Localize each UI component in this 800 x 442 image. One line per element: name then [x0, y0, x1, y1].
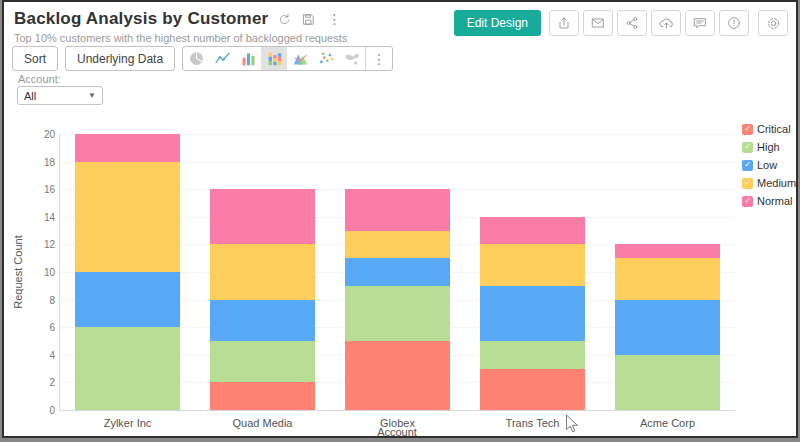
settings-gear-icon — [765, 15, 782, 32]
export-button[interactable] — [549, 10, 579, 36]
bar-segment-globex-medium[interactable] — [345, 231, 450, 259]
line-chart-icon[interactable] — [209, 47, 235, 70]
y-tick-label: 4 — [33, 350, 55, 361]
report-header: Backlog Analysis by Customer ⋮ Top 10% c… — [14, 9, 347, 44]
legend-item-normal[interactable]: ✓Normal — [742, 195, 796, 207]
y-tick-label: 8 — [33, 295, 55, 306]
plot-area: 02468101214161820Zylker IncQuad MediaGlo… — [59, 134, 735, 411]
bar-segment-quad-media-high[interactable] — [210, 341, 315, 382]
email-icon — [590, 15, 606, 31]
header-actions: Edit Design — [454, 10, 788, 36]
bar-segment-acme-corp-low[interactable] — [615, 300, 720, 355]
legend-checkbox[interactable]: ✓ — [742, 160, 753, 171]
chart-toolbar: Sort Underlying Data — [12, 46, 393, 71]
chevron-down-icon: ▼ — [88, 91, 96, 100]
y-tick-label: 12 — [33, 239, 55, 250]
combo-chart-icon[interactable] — [287, 47, 313, 70]
alert-button[interactable] — [719, 10, 749, 36]
comment-icon — [692, 15, 708, 31]
legend-item-high[interactable]: ✓High — [742, 141, 796, 153]
bar-segment-globex-normal[interactable] — [345, 189, 450, 230]
sort-button[interactable]: Sort — [12, 46, 58, 71]
bar-segment-zylker-inc-normal[interactable] — [75, 134, 180, 162]
more-chart-types-icon[interactable]: ⋮ — [366, 47, 392, 70]
bar-segment-quad-media-normal[interactable] — [210, 189, 315, 244]
bar-segment-globex-high[interactable] — [345, 286, 450, 341]
y-tick-label: 0 — [33, 405, 55, 416]
bar-segment-zylker-inc-low[interactable] — [75, 272, 180, 327]
bar-segment-globex-low[interactable] — [345, 258, 450, 286]
chart-type-switcher: ⋮ — [182, 46, 393, 71]
bar-segment-acme-corp-normal[interactable] — [615, 244, 720, 258]
bar-chart-icon[interactable] — [235, 47, 261, 70]
legend-label: Critical — [757, 123, 791, 135]
account-filter-label: Account: — [18, 73, 61, 85]
share-icon — [624, 15, 640, 31]
cloud-upload-icon — [658, 15, 675, 32]
export-icon — [556, 15, 572, 31]
legend-item-critical[interactable]: ✓Critical — [742, 123, 796, 135]
legend-checkbox[interactable]: ✓ — [742, 196, 753, 207]
y-tick-label: 14 — [33, 212, 55, 223]
email-button[interactable] — [583, 10, 613, 36]
y-tick-label: 20 — [33, 129, 55, 140]
bar-segment-acme-corp-high[interactable] — [615, 355, 720, 410]
y-tick-label: 18 — [33, 157, 55, 168]
y-tick-label: 6 — [33, 322, 55, 333]
chart-legend: ✓Critical✓High✓Low✓Medium✓Normal — [742, 123, 796, 213]
underlying-data-button[interactable]: Underlying Data — [65, 46, 175, 71]
report-subtitle: Top 10% customers with the highest numbe… — [14, 32, 347, 44]
legend-label: Normal — [757, 195, 792, 207]
legend-label: Low — [757, 159, 777, 171]
legend-label: High — [757, 141, 780, 153]
save-icon[interactable] — [301, 12, 316, 27]
report-viewer-window: Backlog Analysis by Customer ⋮ Top 10% c… — [2, 0, 798, 438]
bar-segment-globex-critical[interactable] — [345, 341, 450, 410]
page-title: Backlog Analysis by Customer — [14, 9, 268, 29]
pie-chart-icon[interactable] — [183, 47, 209, 70]
y-tick-label: 2 — [33, 377, 55, 388]
legend-item-low[interactable]: ✓Low — [742, 159, 796, 171]
bar-segment-zylker-inc-medium[interactable] — [75, 162, 180, 272]
bar-segment-trans-tech-normal[interactable] — [480, 217, 585, 245]
account-filter-value: All — [24, 90, 36, 102]
bar-segment-trans-tech-critical[interactable] — [480, 369, 585, 410]
comment-button[interactable] — [685, 10, 715, 36]
share-button[interactable] — [617, 10, 647, 36]
legend-checkbox[interactable]: ✓ — [742, 142, 753, 153]
y-axis-title: Request Count — [12, 235, 24, 308]
publish-button[interactable] — [651, 10, 681, 36]
legend-checkbox[interactable]: ✓ — [742, 124, 753, 135]
legend-label: Medium — [757, 177, 796, 189]
bar-segment-quad-media-critical[interactable] — [210, 382, 315, 410]
bar-segment-trans-tech-low[interactable] — [480, 286, 585, 341]
x-axis-title: Account — [59, 426, 735, 438]
map-chart-icon[interactable] — [339, 47, 365, 70]
refresh-icon[interactable] — [277, 12, 292, 27]
bar-segment-zylker-inc-high[interactable] — [75, 327, 180, 410]
bar-segment-quad-media-medium[interactable] — [210, 244, 315, 299]
legend-item-medium[interactable]: ✓Medium — [742, 177, 796, 189]
bar-segment-trans-tech-high[interactable] — [480, 341, 585, 369]
alert-icon — [726, 15, 742, 31]
account-filter-dropdown[interactable]: All ▼ — [17, 86, 103, 105]
edit-design-button[interactable]: Edit Design — [454, 10, 541, 36]
bar-segment-acme-corp-medium[interactable] — [615, 258, 720, 299]
kebab-menu-icon[interactable]: ⋮ — [325, 12, 343, 26]
bar-segment-trans-tech-medium[interactable] — [480, 244, 585, 285]
y-tick-label: 16 — [33, 184, 55, 195]
settings-button[interactable] — [758, 10, 788, 36]
bar-segment-quad-media-low[interactable] — [210, 300, 315, 341]
y-tick-label: 10 — [33, 267, 55, 278]
scatter-chart-icon[interactable] — [313, 47, 339, 70]
stacked-bar-chart-icon[interactable] — [261, 47, 287, 70]
legend-checkbox[interactable]: ✓ — [742, 178, 753, 189]
